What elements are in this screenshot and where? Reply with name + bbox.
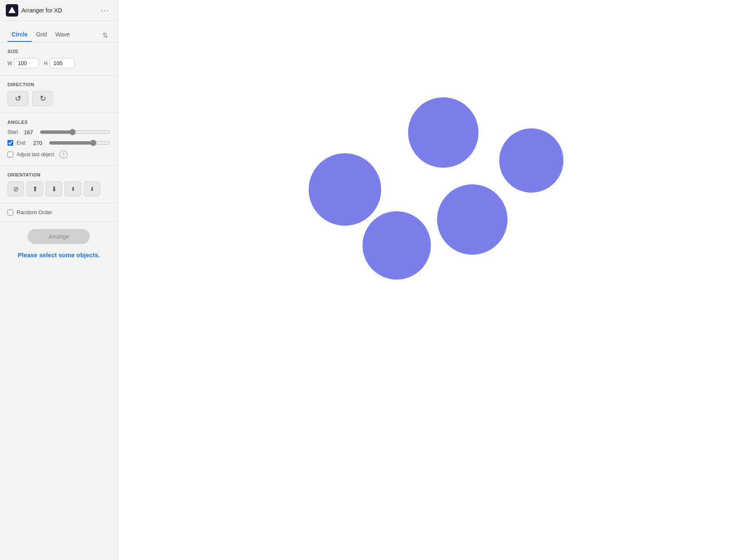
random-order-label: Random Order: [17, 209, 52, 215]
width-group: W: [7, 58, 39, 68]
circle-c5: [437, 184, 508, 255]
orientation-label: ORIENTATION: [7, 172, 110, 177]
tab-grid[interactable]: Grid: [32, 29, 51, 42]
app-title: Arranger for XD: [22, 7, 62, 14]
tabs-area: Circle Grid Wave ⇅: [0, 21, 118, 42]
cw-icon: ↻: [40, 94, 46, 103]
orientation-down-button[interactable]: ⬇: [46, 181, 62, 196]
titlebar-left: Arranger for XD: [6, 4, 62, 17]
end-slider[interactable]: [49, 140, 110, 146]
arrange-button[interactable]: Arrange: [28, 229, 90, 244]
sidebar: Arranger for XD ··· Circle Grid Wave ⇅ S…: [0, 0, 118, 560]
orientation-outward-button[interactable]: ⬆: [65, 181, 81, 196]
orient-inward-icon: ⬇: [90, 186, 94, 192]
direction-row: ↺ ↻: [7, 91, 110, 106]
titlebar: Arranger for XD ···: [0, 0, 118, 21]
tab-circle[interactable]: Circle: [7, 29, 32, 42]
size-label: SIZE: [7, 49, 110, 54]
orientation-section: ORIENTATION ⊘ ⬆ ⬇ ⬆ ⬇: [0, 166, 118, 203]
tabs-row: Circle Grid Wave ⇅: [7, 29, 110, 42]
ccw-icon: ↺: [15, 94, 21, 103]
circle-c4: [363, 211, 431, 280]
direction-ccw-button[interactable]: ↺: [7, 91, 28, 106]
adjust-row: Adjust last object ?: [7, 150, 110, 159]
height-group: H: [44, 58, 75, 68]
direction-section: DIRECTION ↺ ↻: [0, 75, 118, 113]
orient-down-icon: ⬇: [51, 185, 57, 193]
adjust-label: Adjust last object: [17, 152, 54, 157]
random-order-row: Random Order: [0, 203, 118, 222]
app-icon: [6, 4, 18, 17]
orientation-up-button[interactable]: ⬆: [27, 181, 43, 196]
circle-c1: [408, 97, 479, 168]
svg-marker-0: [9, 7, 15, 13]
please-select-text: Please select some objects.: [18, 251, 100, 259]
orientation-row: ⊘ ⬆ ⬇ ⬆ ⬇: [7, 181, 110, 196]
circle-c3: [499, 128, 563, 193]
height-label: H: [44, 60, 48, 66]
end-label: End: [17, 140, 30, 146]
end-angle-row: End 270: [7, 140, 110, 146]
end-value: 270: [33, 140, 46, 146]
orientation-none-button[interactable]: ⊘: [7, 181, 24, 196]
start-angle-row: Start 167: [7, 129, 110, 135]
width-input[interactable]: [14, 58, 39, 68]
start-value: 167: [24, 129, 36, 135]
size-section: SIZE W H: [0, 42, 118, 75]
tab-wave[interactable]: Wave: [51, 29, 74, 42]
orient-outward-icon: ⬆: [71, 186, 75, 192]
circle-c2: [309, 153, 381, 226]
canvas-area: [118, 0, 730, 560]
random-order-checkbox[interactable]: [7, 210, 13, 215]
height-input[interactable]: [50, 58, 75, 68]
orient-up-icon: ⬆: [32, 185, 38, 193]
direction-label: DIRECTION: [7, 82, 110, 87]
start-slider[interactable]: [40, 129, 110, 135]
angles-label: ANGLES: [7, 120, 110, 125]
direction-cw-button[interactable]: ↻: [32, 91, 53, 106]
adjust-checkbox[interactable]: [7, 152, 13, 157]
start-label: Start: [7, 129, 21, 135]
size-row: W H: [7, 58, 110, 68]
orient-none-icon: ⊘: [13, 185, 19, 193]
tab-settings-button[interactable]: ⇅: [100, 30, 110, 41]
arrange-area: Arrange Please select some objects.: [0, 222, 118, 560]
more-menu-button[interactable]: ···: [98, 5, 112, 16]
angles-section: ANGLES Start 167 End 270 Adjust last obj…: [0, 113, 118, 166]
orientation-inward-button[interactable]: ⬇: [84, 181, 100, 196]
width-label: W: [7, 60, 12, 66]
end-checkbox[interactable]: [7, 140, 13, 146]
help-icon[interactable]: ?: [59, 150, 68, 159]
